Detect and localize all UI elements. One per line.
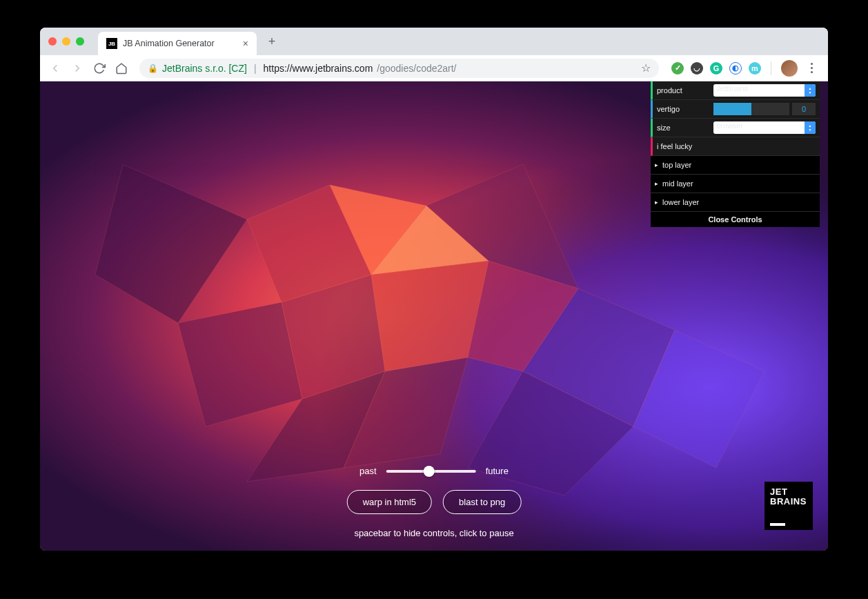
page-content: product JetBrains vertigo 0 size browser: [40, 81, 828, 551]
slider-label-past: past: [359, 466, 377, 476]
vertigo-number-input[interactable]: 0: [792, 103, 816, 115]
lucky-button-label: i feel lucky: [653, 142, 692, 150]
time-slider-thumb[interactable]: [424, 466, 435, 477]
size-select[interactable]: browser: [713, 121, 816, 134]
gui-folder-mid-layer[interactable]: mid layer: [651, 175, 820, 193]
export-buttons: warp in html5 blast to png: [347, 490, 522, 514]
select-arrows-icon: [805, 84, 816, 97]
gui-folder-top-layer[interactable]: top layer: [651, 156, 820, 175]
url-path: /goodies/code2art/: [377, 63, 456, 74]
time-slider-row: past future: [359, 466, 509, 476]
controls-panel: product JetBrains vertigo 0 size browser: [651, 81, 820, 227]
close-window-button[interactable]: [48, 37, 57, 46]
bottom-controls: past future warp in html5 blast to png s…: [347, 466, 522, 538]
gui-label: vertigo: [653, 105, 713, 113]
browser-window: JB JB Animation Generator × + 🔒 JetBrain…: [40, 28, 828, 551]
tab-favicon-icon: JB: [106, 38, 117, 49]
back-button[interactable]: [46, 59, 65, 78]
cert-org: JetBrains s.r.o. [CZ]: [162, 63, 247, 74]
product-select-value: JetBrains: [713, 84, 816, 97]
gui-row-lucky[interactable]: i feel lucky: [651, 137, 820, 156]
home-button[interactable]: [112, 59, 131, 78]
gui-folder-lower-layer[interactable]: lower layer: [651, 193, 820, 212]
gui-label: size: [653, 124, 713, 132]
gui-row-size: size browser: [651, 119, 820, 137]
address-bar[interactable]: 🔒 JetBrains s.r.o. [CZ] | https://www.je…: [139, 59, 659, 78]
extension-pocket-icon[interactable]: ◡: [691, 62, 703, 75]
keyboard-hint: spacebar to hide controls, click to paus…: [354, 528, 513, 538]
browser-tab[interactable]: JB JB Animation Generator ×: [98, 32, 257, 55]
gui-row-product: product JetBrains: [651, 81, 820, 100]
close-tab-icon[interactable]: ×: [243, 38, 248, 49]
tab-title: JB Animation Generator: [123, 39, 215, 48]
toolbar-separator: [771, 61, 771, 75]
extension-icon[interactable]: m: [749, 62, 761, 75]
lock-icon: 🔒: [148, 63, 158, 73]
window-controls: [47, 37, 88, 46]
extension-grammarly-icon[interactable]: G: [710, 62, 722, 75]
warp-html5-button[interactable]: warp in html5: [347, 490, 432, 514]
logo-bar-icon: [770, 523, 785, 526]
slider-label-future: future: [486, 466, 509, 476]
forward-button[interactable]: [68, 59, 87, 78]
url-host: https://www.jetbrains.com: [264, 63, 373, 74]
vertigo-slider[interactable]: [713, 103, 789, 115]
jetbrains-logo[interactable]: JETBRAINS: [765, 482, 813, 530]
bookmark-star-icon[interactable]: ☆: [641, 61, 651, 75]
new-tab-button[interactable]: +: [262, 32, 282, 51]
gui-label: product: [653, 86, 713, 95]
gui-row-vertigo: vertigo 0: [651, 100, 820, 119]
logo-text: JETBRAINS: [770, 487, 807, 506]
browser-toolbar: 🔒 JetBrains s.r.o. [CZ] | https://www.je…: [40, 55, 828, 81]
tab-strip: JB JB Animation Generator × +: [40, 28, 828, 55]
extension-icon[interactable]: ◐: [729, 62, 742, 75]
extensions-area: ✓ ◡ G ◐ m: [667, 60, 822, 77]
address-separator: |: [251, 63, 259, 74]
profile-avatar[interactable]: [781, 60, 798, 77]
size-select-value: browser: [713, 121, 816, 134]
minimize-window-button[interactable]: [62, 37, 70, 46]
blast-png-button[interactable]: blast to png: [443, 490, 521, 514]
product-select[interactable]: JetBrains: [713, 84, 816, 97]
vertigo-slider-fill: [713, 103, 751, 115]
reload-button[interactable]: [90, 59, 109, 78]
extension-icon[interactable]: ✓: [671, 62, 684, 75]
maximize-window-button[interactable]: [76, 37, 84, 46]
close-controls-button[interactable]: Close Controls: [651, 212, 820, 227]
select-arrows-icon: [805, 121, 816, 134]
time-slider[interactable]: [386, 470, 476, 473]
browser-menu-button[interactable]: [805, 63, 818, 73]
